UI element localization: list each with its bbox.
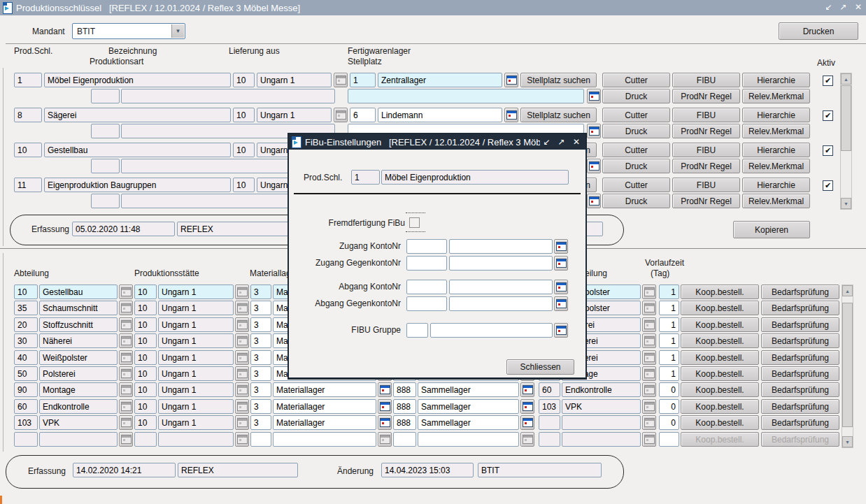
abgang-kontonr-field[interactable] <box>406 280 447 294</box>
materiallager-nr-field[interactable]: 3 <box>250 415 271 430</box>
drucken-button[interactable]: Drucken <box>779 22 858 40</box>
fertigwarenlager-nr-field[interactable]: 6 <box>350 108 376 122</box>
minimize-icon[interactable]: ↙ <box>825 2 832 12</box>
druck-button[interactable]: Druck <box>602 194 670 208</box>
dropdown-arrow-icon[interactable]: ▼ <box>171 24 184 38</box>
scroll-up-icon[interactable]: ▲ <box>842 285 853 296</box>
abgang-kontonr-name-field[interactable] <box>449 280 553 294</box>
sammellager-name-field[interactable]: Sammellager <box>418 382 519 397</box>
abgang-gegenkontonr-lookup-button[interactable] <box>554 296 568 311</box>
fibu-button[interactable]: FIBU <box>672 108 740 122</box>
materiallager-nr-field[interactable]: 3 <box>250 317 271 332</box>
folge-abteilung-name-field[interactable]: Endkontrolle <box>562 382 641 397</box>
sammellager-lookup-button[interactable] <box>520 399 534 414</box>
folge-abteilung-name-field[interactable] <box>562 432 641 447</box>
sammellager-lookup-button[interactable] <box>520 415 534 430</box>
sammellager-nr-field[interactable] <box>393 432 416 447</box>
produktionsstaette-name-field[interactable]: Ungarn 1 <box>158 333 234 348</box>
vorlaufzeit-field[interactable]: 0 <box>659 382 679 397</box>
bedarfspruefung-button[interactable]: Bedarfsprüfung <box>761 366 839 381</box>
produktionsstaette-name-field[interactable]: Ungarn 1 <box>158 382 234 397</box>
abteilung-nr-field[interactable]: 40 <box>14 350 38 365</box>
folge-abteilung-lookup-button[interactable] <box>642 415 656 430</box>
druck-button[interactable]: Druck <box>602 89 670 103</box>
hierarchie-button[interactable]: Hierarchie <box>742 178 810 192</box>
cutter-button[interactable]: Cutter <box>602 178 670 192</box>
produktionsstaette-name-field[interactable]: Ungarn 1 <box>158 415 234 430</box>
folge-abteilung-lookup-button[interactable] <box>642 285 656 299</box>
vorlaufzeit-field[interactable]: 0 <box>659 415 679 430</box>
materiallager-nr-field[interactable]: 3 <box>250 399 271 414</box>
abgang-kontonr-lookup-button[interactable] <box>554 280 568 294</box>
cutter-button[interactable]: Cutter <box>602 73 670 87</box>
prodschl-name-field[interactable]: Gestellbau <box>44 143 231 157</box>
relev-merkmal-button[interactable]: Relev.Merkmal <box>742 159 810 173</box>
bedarfspruefung-button[interactable]: Bedarfsprüfung <box>761 285 839 299</box>
stellplatz-lookup-button[interactable] <box>587 89 601 103</box>
produktionsstaette-nr-field[interactable]: 10 <box>134 301 157 315</box>
produktionsstaette-lookup-button[interactable] <box>235 415 249 430</box>
vorlaufzeit-field[interactable]: 1 <box>659 350 679 365</box>
bedarfspruefung-button[interactable]: Bedarfsprüfung <box>761 301 839 315</box>
koop-bestell-button[interactable]: Koop.bestell. <box>681 333 759 348</box>
abteilung-name-field[interactable]: VPK <box>39 415 118 430</box>
bedarfspruefung-button[interactable]: Bedarfsprüfung <box>761 382 839 397</box>
fibu-button[interactable]: FIBU <box>672 178 740 192</box>
top-table-scrollbar[interactable]: ▲ ▼ <box>840 73 852 210</box>
vorlaufzeit-field[interactable]: 1 <box>659 366 679 381</box>
folge-abteilung-nr-field[interactable]: 60 <box>539 382 560 397</box>
close-icon[interactable]: ✕ <box>573 137 580 147</box>
prodnr-regel-button[interactable]: ProdNr Regel <box>672 194 740 208</box>
cutter-button[interactable]: Cutter <box>602 108 670 122</box>
aktiv-checkbox[interactable]: ✔ <box>823 180 833 191</box>
materiallager-lookup-button[interactable] <box>378 382 392 397</box>
produktionsstaette-lookup-button[interactable] <box>235 382 249 397</box>
abteilung-lookup-button[interactable] <box>119 350 133 365</box>
relev-merkmal-button[interactable]: Relev.Merkmal <box>742 124 810 138</box>
materiallager-nr-field[interactable]: 3 <box>250 382 271 397</box>
abteilung-nr-field[interactable]: 60 <box>14 399 38 414</box>
close-icon[interactable]: ✕ <box>855 2 862 12</box>
abteilung-nr-field[interactable]: 20 <box>14 317 38 332</box>
abteilung-nr-field[interactable]: 10 <box>14 285 38 299</box>
stellplatz-lookup-button[interactable] <box>587 194 601 208</box>
maximize-icon[interactable]: ↗ <box>558 137 565 147</box>
scrollbar-thumb[interactable] <box>842 303 853 427</box>
hierarchie-button[interactable]: Hierarchie <box>742 73 810 87</box>
abteilung-lookup-button[interactable] <box>119 301 133 315</box>
produktionsart-nr-field[interactable] <box>91 194 120 208</box>
bedarfspruefung-button[interactable]: Bedarfsprüfung <box>761 333 839 348</box>
fertigwarenlager-lookup-button[interactable] <box>504 108 518 122</box>
produktionsstaette-name-field[interactable]: Ungarn 1 <box>158 399 234 414</box>
produktionsstaette-nr-field[interactable]: 10 <box>134 285 157 299</box>
koop-bestell-button[interactable]: Koop.bestell. <box>681 366 759 381</box>
fertigwarenlager-name-field[interactable]: Lindemann <box>378 108 502 122</box>
fremdfertigung-checkbox[interactable] <box>409 217 420 228</box>
materiallager-name-field[interactable] <box>273 432 376 447</box>
produktionsstaette-nr-field[interactable]: 10 <box>134 366 157 381</box>
zugang-kontonr-lookup-button[interactable] <box>554 239 568 254</box>
lieferung-nr-field[interactable]: 10 <box>233 178 255 192</box>
vorlaufzeit-field[interactable]: 1 <box>659 285 679 299</box>
materiallager-lookup-button[interactable] <box>378 432 392 447</box>
bedarfspruefung-button[interactable]: Bedarfsprüfung <box>761 350 839 365</box>
produktionsstaette-nr-field[interactable]: 10 <box>134 382 157 397</box>
prodschl-name-field[interactable]: Möbel Eigenproduktion <box>44 73 231 87</box>
abteilung-name-field[interactable]: Stoffzuschnitt <box>39 317 118 332</box>
produktionsart-field[interactable] <box>121 89 335 103</box>
prodschl-nr-field[interactable]: 10 <box>14 143 42 157</box>
abteilung-lookup-button[interactable] <box>119 366 133 381</box>
bedarfspruefung-button[interactable]: Bedarfsprüfung <box>761 415 839 430</box>
scroll-up-icon[interactable]: ▲ <box>841 73 851 85</box>
abteilung-nr-field[interactable]: 103 <box>14 415 38 430</box>
lieferung-ort-field[interactable]: Ungarn 1 <box>257 108 332 122</box>
produktionsart-nr-field[interactable] <box>91 124 120 138</box>
koop-bestell-button[interactable]: Koop.bestell. <box>681 317 759 332</box>
produktionsstaette-name-field[interactable]: Ungarn 1 <box>158 317 234 332</box>
schliessen-button[interactable]: Schliessen <box>506 359 574 375</box>
fibu-button[interactable]: FIBU <box>672 143 740 157</box>
produktionsstaette-lookup-button[interactable] <box>235 366 249 381</box>
lieferung-ort-field[interactable]: Ungarn 1 <box>257 73 332 87</box>
materiallager-name-field[interactable]: Materiallager <box>273 382 376 397</box>
sammellager-name-field[interactable] <box>418 432 519 447</box>
